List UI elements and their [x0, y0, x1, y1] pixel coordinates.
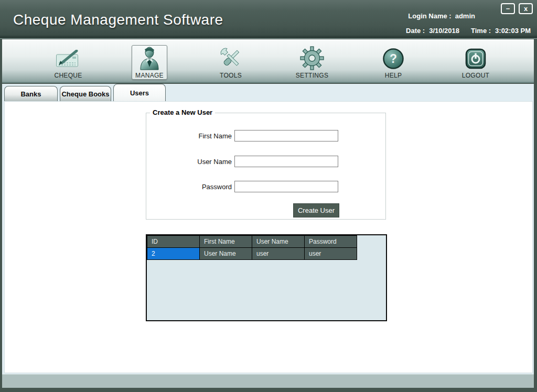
- minimize-button[interactable]: −: [501, 3, 515, 14]
- toolbar-button-manage[interactable]: MANAGE: [132, 45, 167, 80]
- tab-users[interactable]: Users: [113, 84, 166, 101]
- table-header-row: ID First Name User Name Password: [147, 236, 357, 248]
- groupbox-legend: Create a New User: [150, 108, 215, 116]
- cell-first-name[interactable]: User Name: [200, 248, 252, 260]
- password-field[interactable]: [234, 181, 338, 192]
- toolbar-label-cheque: CHEQUE: [54, 72, 82, 79]
- toolbar-label-settings: SETTINGS: [296, 72, 328, 79]
- col-header-password[interactable]: Password: [305, 236, 357, 248]
- main-toolbar: CHEQUE: [2, 39, 534, 83]
- toolbar-button-help[interactable]: ? HELP: [372, 47, 414, 79]
- time-value: 3:02:03 PM: [495, 27, 531, 35]
- login-name-label: Login Name :: [408, 12, 451, 20]
- window-body: CHEQUE: [2, 39, 534, 388]
- toolbar-label-logout: LOGOUT: [462, 72, 489, 79]
- tab-banks[interactable]: Banks: [4, 86, 58, 101]
- users-table: ID First Name User Name Password 2 User …: [147, 235, 357, 260]
- cell-id[interactable]: 2: [147, 248, 200, 260]
- datetime-line: Date :3/10/2018Time :3:02:03 PM: [406, 27, 531, 35]
- toolbar-label-help: HELP: [385, 72, 402, 79]
- time-label: Time :: [471, 27, 491, 35]
- col-header-first-name[interactable]: First Name: [200, 236, 252, 248]
- cell-user-name[interactable]: user: [252, 248, 305, 260]
- user-name-label: User Name: [171, 158, 232, 166]
- app-title: Cheque Management Software: [13, 12, 223, 28]
- first-name-label: First Name: [171, 132, 232, 140]
- create-user-button[interactable]: Create User: [293, 203, 339, 217]
- cheque-icon: [56, 47, 81, 70]
- app-window: Cheque Management Software − x Login Nam…: [0, 0, 537, 392]
- user-name-field[interactable]: [234, 156, 338, 167]
- date-value: 3/10/2018: [429, 27, 459, 35]
- users-grid-panel: ID First Name User Name Password 2 User …: [146, 234, 387, 321]
- password-label: Password: [171, 183, 232, 191]
- login-name-line: Login Name :admin: [408, 12, 475, 20]
- close-button[interactable]: x: [519, 3, 533, 14]
- tab-bar: Banks Cheque Books Users: [2, 84, 534, 101]
- cell-password[interactable]: user: [305, 248, 357, 260]
- toolbar-button-tools[interactable]: TOOLS: [210, 47, 252, 79]
- table-row[interactable]: 2 User Name user user: [147, 248, 357, 260]
- col-header-id[interactable]: ID: [147, 236, 200, 248]
- power-icon: [465, 47, 486, 70]
- tools-icon: [219, 47, 243, 70]
- create-user-groupbox: Create a New User First Name User Name P…: [146, 113, 386, 220]
- toolbar-label-tools: TOOLS: [220, 72, 242, 79]
- gear-icon: [300, 46, 324, 70]
- toolbar-button-settings[interactable]: SETTINGS: [291, 47, 333, 79]
- toolbar-button-cheque[interactable]: CHEQUE: [47, 47, 89, 79]
- person-icon: [139, 46, 160, 70]
- tab-cheque-books[interactable]: Cheque Books: [60, 86, 111, 101]
- toolbar-label-manage: MANAGE: [135, 72, 164, 79]
- titlebar: Cheque Management Software − x Login Nam…: [0, 0, 537, 36]
- question-icon: ?: [382, 47, 404, 70]
- status-bar: [2, 374, 534, 388]
- content-area: Create a New User First Name User Name P…: [2, 101, 534, 374]
- first-name-field[interactable]: [234, 130, 338, 141]
- users-tab-panel: Create a New User First Name User Name P…: [4, 101, 533, 373]
- toolbar-button-logout[interactable]: LOGOUT: [455, 47, 497, 79]
- titlebar-divider: [0, 36, 537, 39]
- date-label: Date :: [406, 27, 425, 35]
- window-controls: − x: [501, 3, 533, 14]
- svg-text:?: ?: [390, 52, 397, 66]
- login-name-value: admin: [455, 12, 475, 20]
- col-header-user-name[interactable]: User Name: [252, 236, 305, 248]
